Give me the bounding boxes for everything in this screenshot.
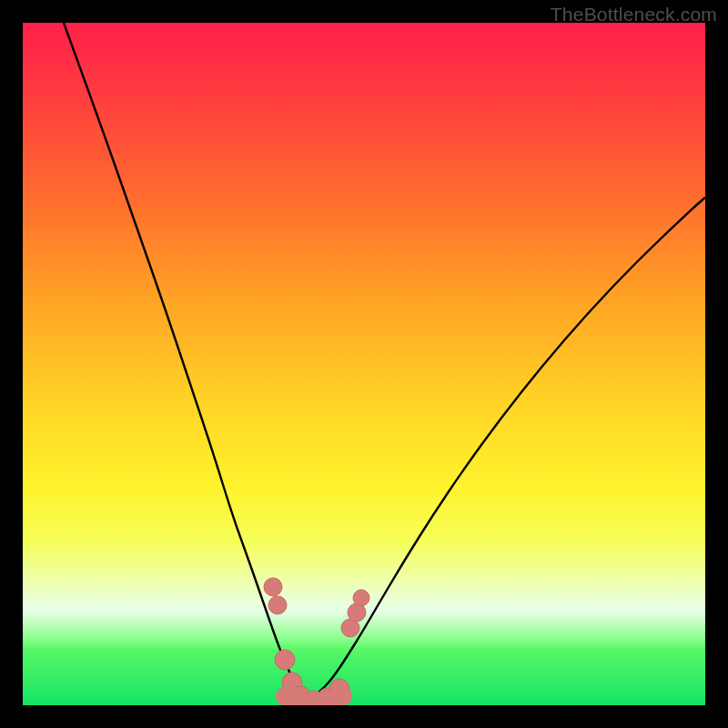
bottom-connector-curve (285, 696, 343, 703)
plot-area (23, 23, 705, 705)
watermark-text: TheBottleneck.com (551, 4, 717, 25)
data-marker (353, 590, 369, 606)
outer-frame: TheBottleneck.com (0, 0, 728, 728)
right-branch-curve (305, 197, 705, 699)
data-marker (264, 578, 282, 596)
data-marker (268, 596, 287, 614)
data-markers (264, 578, 369, 705)
left-branch-curve (64, 23, 305, 699)
curve-layer (23, 23, 705, 705)
data-marker (275, 650, 295, 670)
